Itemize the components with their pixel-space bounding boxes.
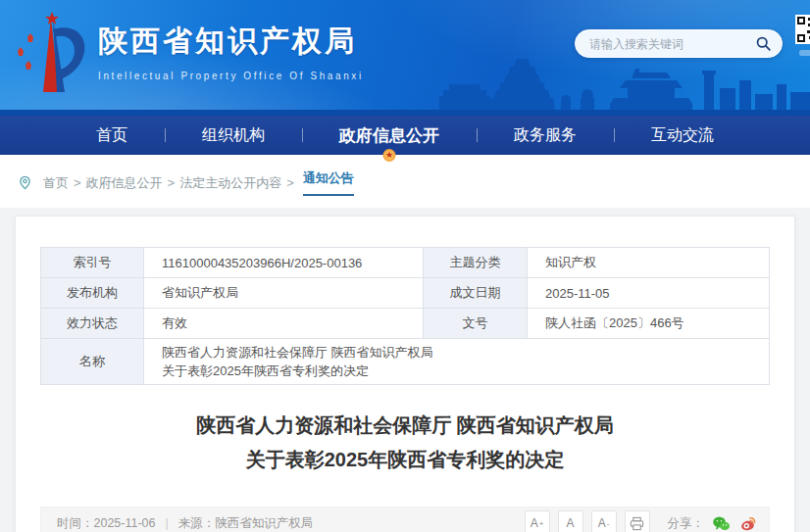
font-increase-button[interactable]: A+ (525, 510, 550, 532)
info-value-validity: 有效 (144, 309, 424, 339)
publish-source: 来源：陕西省知识产权局 (178, 515, 314, 532)
font-decrease-label: A (598, 516, 606, 530)
info-label-validity: 效力状态 (41, 309, 144, 339)
print-button[interactable] (625, 510, 650, 532)
share-label: 分享： (668, 515, 705, 532)
article-title-line2: 关于表彰2025年陕西省专利奖的决定 (40, 443, 770, 477)
info-label-name: 名称 (41, 339, 144, 385)
nav-item-interaction[interactable]: 互动交流 (645, 117, 720, 155)
info-value-doc-number: 陕人社函〔2025〕466号 (528, 309, 770, 339)
info-value-name: 陕西省人力资源和社会保障厅 陕西省知识产权局 关于表彰2025年陕西省专利奖的决… (144, 339, 770, 385)
breadcrumb-notices-current[interactable]: 通知公告 (303, 169, 354, 196)
article-title-line1: 陕西省人力资源和社会保障厅 陕西省知识产权局 (40, 409, 770, 443)
meta-divider: | (166, 516, 169, 530)
location-pin-icon (18, 175, 32, 190)
skyline-silhouette (0, 59, 810, 116)
nav-divider (614, 128, 615, 142)
publish-time: 时间：2025-11-06 (57, 515, 156, 532)
breadcrumb-separator: > (74, 175, 81, 190)
info-label-issuer: 发布机构 (41, 278, 144, 309)
info-value-issuer: 省知识产权局 (144, 278, 424, 309)
font-normal-label: A (566, 516, 574, 530)
search-icon[interactable] (755, 35, 772, 52)
nav-item-home[interactable]: 首页 (90, 117, 133, 155)
wechat-share-icon[interactable] (712, 514, 731, 532)
nav-item-gov-info[interactable]: 政府信息公开 ★ (333, 116, 445, 156)
nav-item-organization[interactable]: 组织机构 (196, 117, 271, 155)
info-value-topic: 知识产权 (528, 248, 770, 278)
document-info-table: 索引号 11610000435203966H/2025-00136 主题分类 知… (40, 247, 770, 385)
search-input[interactable] (589, 37, 755, 51)
info-value-date: 2025-11-05 (528, 278, 770, 309)
font-increase-label: A (531, 516, 538, 530)
nav-item-services[interactable]: 政务服务 (508, 117, 582, 155)
doc-name-line2: 关于表彰2025年陕西省专利奖的决定 (162, 362, 433, 380)
nav-divider (302, 128, 303, 142)
site-title: 陕西省知识产权局 (98, 22, 364, 62)
printer-icon (630, 516, 644, 531)
qr-code (795, 15, 810, 60)
font-decrease-sup: - (607, 519, 610, 528)
info-value-index: 11610000435203966H/2025-00136 (144, 248, 424, 278)
breadcrumb-gov-info[interactable]: 政府信息公开 (86, 174, 163, 192)
weibo-share-icon[interactable] (738, 514, 757, 532)
site-header: 陕西省知识产权局 Intellectual Property Office Of… (0, 0, 810, 116)
breadcrumb-statutory-disclosure[interactable]: 法定主动公开内容 (179, 174, 281, 192)
breadcrumb: 首页 > 政府信息公开 > 法定主动公开内容 > 通知公告 (0, 155, 810, 208)
article-meta-bar: 时间：2025-11-06 | 来源：陕西省知识产权局 A+ A A- (40, 507, 770, 532)
breadcrumb-home[interactable]: 首页 (43, 174, 69, 192)
info-label-index: 索引号 (41, 248, 144, 278)
info-label-doc-number: 文号 (424, 309, 528, 339)
active-star-badge: ★ (383, 149, 396, 162)
article-title: 陕西省人力资源和社会保障厅 陕西省知识产权局 关于表彰2025年陕西省专利奖的决… (40, 409, 770, 477)
document-card: 索引号 11610000435203966H/2025-00136 主题分类 知… (15, 216, 795, 532)
nav-item-label: 政府信息公开 (339, 126, 439, 145)
font-decrease-button[interactable]: A- (591, 510, 617, 532)
main-nav: 首页 组织机构 政府信息公开 ★ 政务服务 互动交流 (0, 116, 810, 155)
doc-name-line1: 陕西省人力资源和社会保障厅 陕西省知识产权局 (162, 343, 433, 362)
font-increase-sup: + (539, 519, 544, 528)
info-label-date: 成文日期 (424, 278, 528, 309)
info-label-topic: 主题分类 (424, 248, 528, 278)
nav-divider (165, 128, 166, 142)
breadcrumb-separator: > (168, 175, 176, 190)
font-normal-button[interactable]: A (558, 510, 583, 532)
content-area: 索引号 11610000435203966H/2025-00136 主题分类 知… (0, 208, 810, 532)
nav-divider (477, 128, 478, 142)
header-search-box[interactable] (575, 29, 783, 58)
breadcrumb-separator: > (286, 175, 294, 190)
